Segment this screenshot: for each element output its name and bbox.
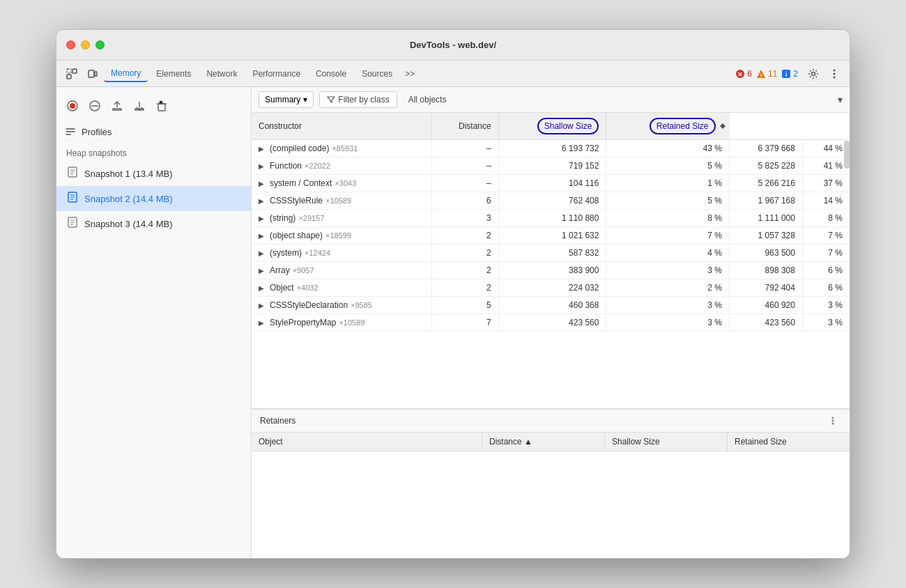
cell-distance: 5: [432, 297, 498, 314]
expand-arrow[interactable]: ▶: [259, 215, 267, 222]
toolbar-dropdown-icon[interactable]: ▾: [838, 94, 843, 105]
cell-shallow-pct: 7 %: [606, 227, 730, 245]
heap-snapshots-label: Heap snapshots: [56, 141, 251, 161]
maximize-button[interactable]: [95, 40, 105, 49]
expand-arrow[interactable]: ▶: [259, 267, 267, 274]
cell-distance: 2: [432, 262, 498, 279]
collect-garbage-btn[interactable]: [153, 97, 171, 115]
expand-arrow[interactable]: ▶: [259, 302, 267, 309]
retainers-label: Retainers: [260, 416, 295, 426]
scrollbar[interactable]: [844, 141, 850, 169]
more-tabs-button[interactable]: >>: [401, 66, 419, 82]
ret-col-distance: Distance ▲: [482, 433, 605, 451]
table-row[interactable]: ▶ (system) ×12424 2 587 832 4 % 963 500 …: [252, 245, 850, 262]
retainers-table-area: Object Distance ▲ Shallow Size Retained …: [252, 433, 850, 558]
cell-distance: –: [432, 140, 498, 157]
cell-constructor: ▶ Array ×9057: [252, 262, 432, 279]
heap-table[interactable]: Constructor Distance Shallow Size Retain…: [252, 113, 850, 408]
content-toolbar: Summary ▾ Filter by class All objects ▾: [252, 87, 850, 113]
minimize-button[interactable]: [81, 40, 90, 49]
record-heap-btn[interactable]: [63, 97, 82, 115]
expand-arrow[interactable]: ▶: [259, 284, 267, 292]
table-row[interactable]: ▶ StylePropertyMap ×10589 7 423 560 3 % …: [252, 314, 850, 332]
cell-distance: 2: [432, 227, 498, 245]
retainers-section: Retainers Object Distance ▲ Shallow Size…: [252, 408, 850, 558]
tab-memory[interactable]: Memory: [104, 65, 148, 82]
expand-arrow[interactable]: ▶: [259, 319, 267, 327]
cell-shallow-pct: 3 %: [606, 262, 730, 279]
clear-btn[interactable]: [86, 97, 104, 115]
window-title: DevTools - web.dev/: [410, 40, 496, 50]
ret-col-retained: Retained Size: [728, 433, 850, 451]
svg-point-14: [834, 76, 836, 78]
snapshot-icon-3: [66, 216, 79, 231]
cell-distance: 2: [432, 279, 498, 297]
cell-shallow-pct: 4 %: [606, 245, 730, 262]
filter-class-button[interactable]: Filter by class: [319, 91, 397, 108]
info-badge: i 2: [781, 69, 798, 79]
window-controls: [66, 40, 105, 49]
table-row[interactable]: ▶ Object ×4032 2 224 032 2 % 792 404 6 %: [252, 279, 850, 297]
cell-retained-size: 1 967 168: [730, 192, 803, 210]
table-row[interactable]: ▶ system / Context ×3043 – 104 116 1 % 5…: [252, 175, 850, 192]
cell-shallow-size: 423 560: [498, 314, 606, 332]
cell-constructor: ▶ CSSStyleRule ×10589: [252, 192, 432, 210]
settings-icon[interactable]: [804, 64, 823, 84]
col-shallow-size[interactable]: Shallow Size: [498, 113, 606, 140]
cell-shallow-pct: 5 %: [606, 157, 730, 175]
table-row[interactable]: ▶ Function ×22022 – 719 152 5 % 5 825 22…: [252, 157, 850, 175]
device-icon[interactable]: [83, 64, 102, 84]
expand-arrow[interactable]: ▶: [259, 197, 267, 205]
snapshot-item-1[interactable]: Snapshot 1 (13.4 MB): [56, 161, 251, 186]
close-button[interactable]: [66, 40, 75, 49]
svg-rect-0: [67, 69, 71, 73]
snapshot-item-3[interactable]: Snapshot 3 (14.4 MB): [56, 211, 251, 236]
download-btn[interactable]: [130, 97, 148, 115]
table-row[interactable]: ▶ (object shape) ×18599 2 1 021 632 7 % …: [252, 227, 850, 245]
svg-point-12: [834, 69, 836, 71]
ret-col-object: Object: [252, 433, 482, 451]
cell-shallow-size: 762 408: [498, 192, 606, 210]
tab-console[interactable]: Console: [309, 66, 353, 82]
cell-constructor: ▶ (system) ×12424: [252, 245, 432, 262]
tab-sources[interactable]: Sources: [355, 66, 399, 82]
cell-retained-pct: 14 %: [802, 192, 850, 210]
col-retained-size[interactable]: Retained Size: [606, 113, 730, 140]
snapshot-item-2[interactable]: Snapshot 2 (14.4 MB): [56, 186, 251, 211]
tab-elements[interactable]: Elements: [149, 66, 198, 82]
expand-arrow[interactable]: ▶: [259, 162, 267, 170]
svg-point-11: [812, 72, 815, 75]
expand-arrow[interactable]: ▶: [259, 249, 267, 257]
expand-arrow[interactable]: ▶: [259, 180, 267, 187]
cell-shallow-pct: 3 %: [606, 314, 730, 332]
tab-network[interactable]: Network: [199, 66, 244, 82]
table-row[interactable]: ▶ CSSStyleDeclaration ×9585 5 460 368 3 …: [252, 297, 850, 314]
cell-shallow-pct: 43 %: [606, 140, 730, 157]
cell-retained-pct: 6 %: [802, 279, 850, 297]
cell-shallow-size: 224 032: [498, 279, 606, 297]
cell-retained-pct: 3 %: [802, 314, 850, 332]
cell-retained-pct: 3 %: [802, 297, 850, 314]
svg-rect-3: [89, 70, 94, 77]
ret-col-shallow: Shallow Size: [605, 433, 728, 451]
expand-arrow[interactable]: ▶: [259, 232, 267, 240]
cell-shallow-size: 460 368: [498, 297, 606, 314]
main-area: Profiles Heap snapshots Snapshot 1 (13.4…: [56, 87, 850, 558]
table-row[interactable]: ▶ CSSStyleRule ×10589 6 762 408 5 % 1 96…: [252, 192, 850, 210]
table-row[interactable]: ▶ (string) ×29157 3 1 110 880 8 % 1 111 …: [252, 210, 850, 227]
cell-shallow-size: 719 152: [498, 157, 606, 175]
cell-shallow-pct: 5 %: [606, 192, 730, 210]
cell-shallow-size: 587 832: [498, 245, 606, 262]
tab-performance[interactable]: Performance: [245, 66, 307, 82]
expand-arrow[interactable]: ▶: [259, 145, 267, 153]
view-select[interactable]: Summary ▾: [259, 91, 314, 108]
inspect-icon[interactable]: [62, 64, 82, 84]
svg-text:!: !: [760, 72, 762, 78]
more-options-icon[interactable]: [824, 64, 844, 84]
retained-size-highlight: Retained Size: [650, 118, 716, 134]
table-row[interactable]: ▶ (compiled code) ×85931 – 6 193 732 43 …: [252, 140, 850, 157]
table-row[interactable]: ▶ Array ×9057 2 383 900 3 % 898 308 6 %: [252, 262, 850, 279]
upload-btn[interactable]: [108, 97, 126, 115]
titlebar: DevTools - web.dev/: [56, 30, 850, 61]
cell-retained-pct: 37 %: [802, 175, 850, 192]
